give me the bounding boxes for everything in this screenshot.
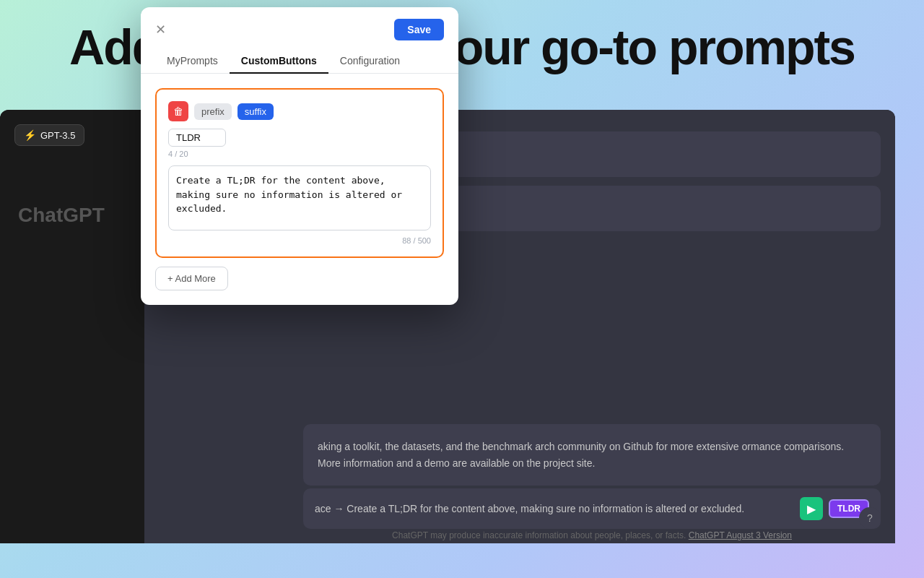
save-button[interactable]: Save	[394, 19, 444, 40]
settings-modal: ✕ Save MyPrompts CustomButtons Configura…	[141, 7, 458, 305]
modal-header: ✕ Save	[141, 7, 458, 49]
modal-overlay: ✕ Save MyPrompts CustomButtons Configura…	[0, 0, 924, 578]
tab-myprompts[interactable]: MyPrompts	[155, 49, 230, 74]
prefix-type-button[interactable]: prefix	[194, 103, 232, 120]
suffix-type-button[interactable]: suffix	[237, 103, 274, 120]
tab-configuration[interactable]: Configuration	[328, 49, 411, 74]
button-label-input[interactable]	[168, 129, 226, 147]
modal-tabs: MyPrompts CustomButtons Configuration	[141, 49, 458, 74]
label-char-count: 4 / 20	[168, 150, 431, 158]
prompt-char-count: 88 / 500	[402, 236, 431, 245]
close-button[interactable]: ✕	[155, 22, 166, 38]
editor-top-row: 🗑 prefix suffix	[168, 101, 431, 121]
prompt-textarea[interactable]: Create a TL;DR for the content above, ma…	[168, 165, 431, 230]
char-count-row: 88 / 500	[168, 236, 431, 245]
trash-icon: 🗑	[173, 105, 183, 117]
button-editor: 🗑 prefix suffix 4 / 20 Create a TL;DR fo…	[155, 88, 444, 258]
delete-button[interactable]: 🗑	[168, 101, 188, 121]
modal-body: 🗑 prefix suffix 4 / 20 Create a TL;DR fo…	[141, 74, 458, 305]
add-more-button[interactable]: + Add More	[155, 267, 228, 290]
tab-custombuttons[interactable]: CustomButtons	[230, 49, 328, 74]
